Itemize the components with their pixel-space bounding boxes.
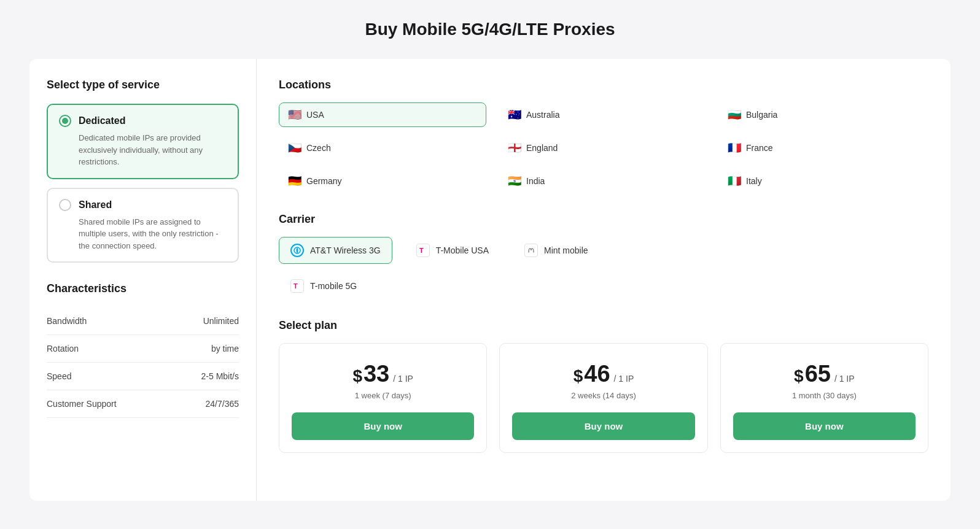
location-item[interactable]: 🇦🇺Australia (499, 102, 706, 127)
dollar-sign: $ (352, 366, 362, 386)
char-label: Speed (47, 371, 71, 381)
location-name: England (526, 143, 558, 153)
plan-amount: 33 (364, 361, 389, 387)
plan-title: Select plan (279, 319, 928, 332)
dedicated-radio[interactable] (59, 115, 71, 127)
location-name: USA (306, 110, 324, 120)
plan-amount: 46 (584, 361, 610, 387)
flag-icon: 🇦🇺 (508, 109, 521, 120)
shared-label: Shared (79, 199, 112, 210)
location-name: France (746, 143, 773, 153)
plan-price: $ 46 / 1 IP (574, 361, 634, 387)
buy-now-button[interactable]: Buy now (733, 412, 916, 440)
tmobile-icon: T (290, 279, 304, 293)
per-ip-label: / 1 IP (834, 374, 855, 384)
flag-icon: 🇧🇬 (728, 109, 741, 120)
right-panel: Locations 🇺🇸USA🇦🇺Australia🇧🇬Bulgaria🇨🇿Cz… (257, 59, 951, 501)
char-value: Unlimited (203, 316, 239, 326)
location-name: India (526, 176, 545, 186)
dedicated-desc: Dedicated mobile IPs are provided exclus… (59, 132, 227, 168)
locations-title: Locations (279, 79, 928, 91)
page-title: Buy Mobile 5G/4G/LTE Proxies (29, 20, 951, 39)
flag-icon: 🇺🇸 (288, 109, 301, 120)
carrier-item[interactable]: T T-Mobile USA (405, 237, 500, 264)
locations-section: Locations 🇺🇸USA🇦🇺Australia🇧🇬Bulgaria🇨🇿Cz… (279, 79, 928, 193)
dedicated-header: Dedicated (59, 115, 227, 127)
char-row: Speed2-5 Mbit/s (47, 363, 239, 390)
location-item[interactable]: 🇺🇸USA (279, 102, 486, 127)
service-section-title: Select type of service (47, 79, 239, 91)
dollar-sign: $ (794, 366, 804, 386)
dedicated-radio-inner (62, 118, 68, 124)
carrier-grid: AT&T Wireless 3G T T-Mobile USA Mint mob… (279, 237, 928, 299)
shared-radio[interactable] (59, 199, 71, 211)
char-value: by time (211, 344, 239, 353)
plan-card: $ 33 / 1 IP 1 week (7 days) Buy now (279, 343, 487, 453)
mint-icon (524, 244, 538, 257)
location-item[interactable]: 🇮🇳India (499, 169, 706, 193)
flag-icon: 🇨🇿 (288, 142, 301, 153)
carrier-item[interactable]: AT&T Wireless 3G (279, 237, 392, 264)
shared-header: Shared (59, 199, 227, 211)
shared-desc: Shared mobile IPs are assigned to multip… (59, 216, 227, 252)
characteristics-table: BandwidthUnlimitedRotationby timeSpeed2-… (47, 307, 239, 418)
char-value: 2-5 Mbit/s (201, 371, 239, 381)
char-row: BandwidthUnlimited (47, 307, 239, 335)
location-name: Germany (306, 176, 342, 186)
location-name: Czech (306, 143, 331, 153)
location-item[interactable]: 🏴󠁧󠁢󠁥󠁮󠁧󠁿England (499, 136, 706, 160)
carrier-name: Mint mobile (544, 245, 588, 255)
svg-text:T: T (294, 282, 298, 290)
buy-now-button[interactable]: Buy now (512, 412, 694, 440)
carrier-name: T-Mobile USA (436, 245, 489, 255)
dedicated-option[interactable]: Dedicated Dedicated mobile IPs are provi… (47, 104, 239, 179)
flag-icon: 🇮🇹 (728, 176, 741, 187)
location-item[interactable]: 🇩🇪Germany (279, 169, 486, 193)
plan-duration: 1 month (30 days) (792, 391, 857, 400)
location-name: Australia (526, 110, 559, 120)
flag-icon: 🏴󠁧󠁢󠁥󠁮󠁧󠁿 (508, 142, 521, 153)
plan-duration: 1 week (7 days) (355, 391, 411, 400)
location-item[interactable]: 🇫🇷France (718, 136, 926, 160)
characteristics-section: Characteristics BandwidthUnlimitedRotati… (47, 282, 239, 418)
plans-grid: $ 33 / 1 IP 1 week (7 days) Buy now $ 46… (279, 343, 928, 453)
dedicated-label: Dedicated (79, 115, 125, 126)
per-ip-label: / 1 IP (393, 374, 413, 384)
flag-icon: 🇩🇪 (288, 176, 301, 187)
att-icon (290, 244, 304, 257)
locations-grid: 🇺🇸USA🇦🇺Australia🇧🇬Bulgaria🇨🇿Czech🏴󠁧󠁢󠁥󠁮󠁧󠁿… (279, 102, 928, 193)
plan-price: $ 65 / 1 IP (794, 361, 855, 387)
svg-text:T: T (419, 247, 424, 254)
flag-icon: 🇫🇷 (728, 142, 741, 153)
plan-card: $ 46 / 1 IP 2 weeks (14 days) Buy now (499, 343, 707, 453)
carrier-section: Carrier AT&T Wireless 3G T T-Mobile USA … (279, 213, 928, 299)
plan-card: $ 65 / 1 IP 1 month (30 days) Buy now (720, 343, 928, 453)
char-value: 24/7/365 (206, 399, 239, 409)
characteristics-title: Characteristics (47, 282, 239, 295)
main-card: Select type of service Dedicated Dedicat… (29, 59, 951, 501)
carrier-title: Carrier (279, 213, 928, 226)
char-row: Customer Support24/7/365 (47, 390, 239, 418)
location-name: Italy (746, 176, 762, 186)
char-row: Rotationby time (47, 335, 239, 363)
per-ip-label: / 1 IP (614, 374, 634, 384)
location-item[interactable]: 🇧🇬Bulgaria (718, 102, 926, 127)
shared-option[interactable]: Shared Shared mobile IPs are assigned to… (47, 188, 239, 263)
location-name: Bulgaria (746, 110, 777, 120)
carrier-name: T-mobile 5G (310, 281, 357, 291)
location-item[interactable]: 🇮🇹Italy (718, 169, 926, 193)
left-panel: Select type of service Dedicated Dedicat… (29, 59, 257, 501)
plan-price: $ 33 / 1 IP (352, 361, 413, 387)
tmobile-icon: T (416, 244, 430, 257)
char-label: Bandwidth (47, 316, 87, 326)
flag-icon: 🇮🇳 (508, 176, 521, 187)
carrier-name: AT&T Wireless 3G (310, 245, 381, 255)
plan-section: Select plan $ 33 / 1 IP 1 week (7 days) … (279, 319, 928, 453)
plan-duration: 2 weeks (14 days) (571, 391, 636, 400)
location-item[interactable]: 🇨🇿Czech (279, 136, 486, 160)
carrier-item[interactable]: Mint mobile (513, 237, 600, 264)
buy-now-button[interactable]: Buy now (292, 412, 474, 440)
plan-amount: 65 (805, 361, 831, 387)
carrier-item[interactable]: T T-mobile 5G (279, 272, 392, 299)
dollar-sign: $ (574, 366, 583, 386)
